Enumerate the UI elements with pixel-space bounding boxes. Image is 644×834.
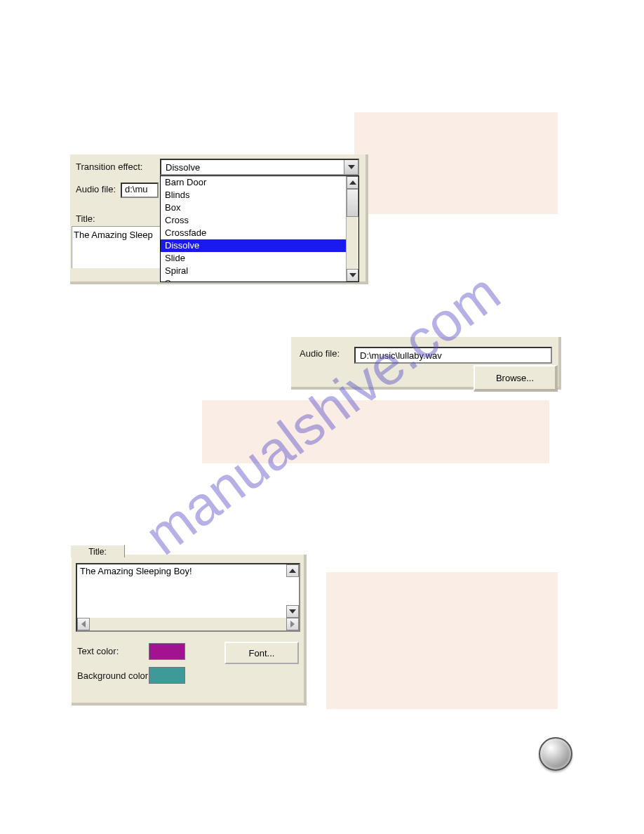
dropdown-option[interactable]: Cross — [161, 214, 358, 227]
placeholder-box — [354, 112, 558, 214]
scroll-left-icon[interactable] — [77, 618, 90, 630]
vertical-scrollbar[interactable] — [286, 564, 299, 618]
scroll-up-icon[interactable] — [286, 564, 299, 577]
audio-file-input[interactable]: D:\music\lullaby.wav — [354, 347, 552, 364]
dropdown-option[interactable]: Box — [161, 201, 358, 214]
title-textarea[interactable]: The Amazing Sleeping Boy! — [76, 563, 300, 632]
dropdown-option[interactable]: Crossfade — [161, 227, 358, 239]
scroll-thumb[interactable] — [347, 189, 358, 217]
scroll-down-icon[interactable] — [286, 605, 299, 618]
round-button[interactable] — [539, 737, 572, 771]
chevron-down-icon[interactable] — [344, 160, 358, 174]
audio-file-input[interactable]: d:\mu — [121, 183, 159, 198]
audio-file-label: Audio file: — [76, 184, 116, 194]
scroll-up-icon[interactable] — [347, 176, 358, 189]
horizontal-scrollbar[interactable] — [77, 618, 299, 630]
dropdown-option[interactable]: Spiral — [161, 265, 358, 277]
browse-button[interactable]: Browse... — [474, 365, 558, 392]
dropdown-option[interactable]: Barn Door — [161, 176, 358, 189]
transition-effect-label: Transition effect: — [76, 161, 142, 172]
placeholder-box — [202, 400, 549, 463]
audio-file-label: Audio file: — [300, 348, 340, 359]
background-color-label: Background color: — [77, 670, 151, 681]
transition-dropdown-list[interactable]: Barn DoorBlindsBoxCrossCrossfadeDissolve… — [160, 176, 359, 282]
text-color-swatch[interactable] — [149, 643, 185, 660]
dropdown-option[interactable]: Sweep — [161, 277, 358, 282]
dropdown-scrollbar[interactable] — [346, 176, 358, 282]
transition-panel: Transition effect: Audio file: Title: Di… — [70, 154, 368, 284]
placeholder-box — [326, 572, 558, 709]
title-panel: The Amazing Sleeping Boy! Text color: Ba… — [72, 555, 307, 706]
scroll-track[interactable] — [347, 189, 358, 269]
dropdown-option[interactable]: Dissolve — [161, 239, 358, 252]
scroll-down-icon[interactable] — [347, 269, 358, 282]
font-button[interactable]: Font... — [224, 642, 299, 664]
dropdown-option[interactable]: Blinds — [161, 189, 358, 201]
combobox-value: Dissolve — [166, 162, 200, 173]
dropdown-option[interactable]: Slide — [161, 252, 358, 265]
text-color-label: Text color: — [77, 646, 119, 656]
title-textarea[interactable]: The Amazing Sleep — [72, 226, 160, 268]
title-label: Title: — [76, 213, 95, 224]
background-color-swatch[interactable] — [149, 667, 185, 684]
scroll-right-icon[interactable] — [286, 618, 299, 630]
transition-effect-combobox[interactable]: Dissolve — [160, 159, 359, 176]
title-tab[interactable]: Title: — [70, 545, 125, 557]
